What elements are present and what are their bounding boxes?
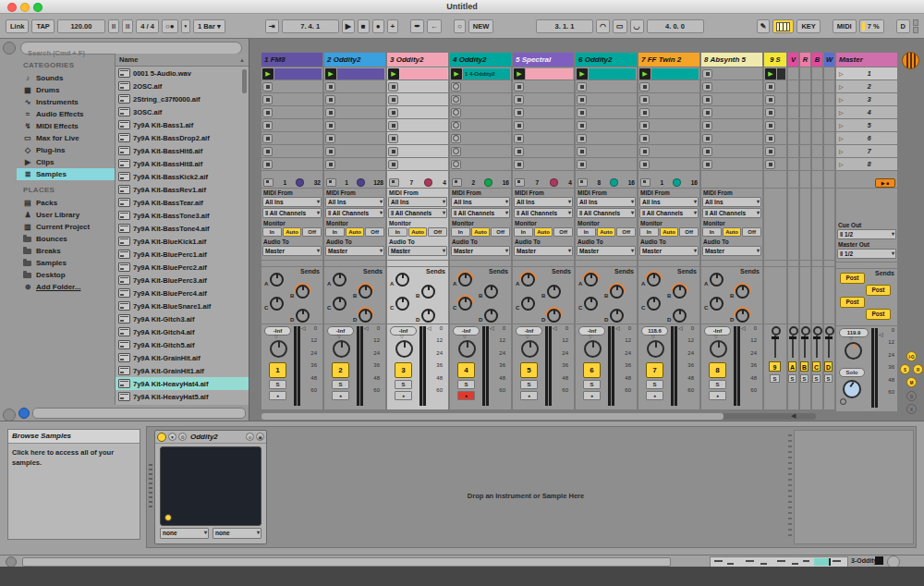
track-stop-button[interactable] <box>263 178 274 187</box>
clip-slot[interactable] <box>450 132 511 144</box>
loop-button[interactable]: ▭ <box>613 19 627 33</box>
track-header[interactable]: 8 Absynth 5 <box>701 53 762 67</box>
send-knob-a[interactable] <box>268 271 286 288</box>
playing-clip[interactable]: ▶ <box>765 68 785 79</box>
clip-stop-button[interactable] <box>262 82 273 92</box>
clip-slot[interactable]: ▶ <box>764 67 786 79</box>
clip-stop-button[interactable] <box>262 95 273 104</box>
solo-button[interactable]: S <box>824 374 833 383</box>
mixer-section-toggle-r[interactable]: R <box>913 364 923 374</box>
pan-knob[interactable] <box>270 340 287 358</box>
monitor-in-button[interactable]: In <box>388 227 407 237</box>
tap-tempo-button[interactable]: TAP <box>31 19 54 33</box>
clip-slot[interactable] <box>450 145 511 157</box>
clip-launch-button[interactable]: ▶ <box>262 68 274 79</box>
file-row[interactable]: 7y9A Kit-BassHit6.aif <box>116 144 249 157</box>
monitor-in-button[interactable]: In <box>451 227 470 237</box>
clip-slot[interactable] <box>576 119 637 131</box>
track-activator-button[interactable]: 9 <box>769 361 781 372</box>
clip-slot[interactable] <box>701 145 762 157</box>
clip-stop-button[interactable] <box>702 147 712 156</box>
minimize-button[interactable] <box>20 3 30 12</box>
send-knob-a[interactable] <box>519 271 537 288</box>
clip-stop-button[interactable] <box>451 108 461 117</box>
clip-stop-button[interactable] <box>451 82 461 92</box>
clip-slot[interactable] <box>638 132 699 144</box>
device-fold-button[interactable]: ▼ <box>168 433 176 441</box>
output-dropdown[interactable]: Master <box>388 246 447 256</box>
clip-stop-button[interactable] <box>325 82 335 92</box>
file-row[interactable]: 7y9A Kit-BassRev1.aif <box>116 183 249 196</box>
arm-button[interactable]: ● <box>520 391 538 400</box>
time-signature-field[interactable]: 4 / 4 <box>136 19 159 33</box>
send-knob-b[interactable] <box>357 283 374 300</box>
monitor-off-button[interactable]: Off <box>616 227 636 237</box>
clip-stop-button[interactable] <box>262 160 273 169</box>
sidebar-item-audio-effects[interactable]: ≈Audio Effects <box>17 108 115 120</box>
send-knob-a[interactable] <box>331 271 348 288</box>
clip-slot[interactable]: ▶ <box>261 67 322 79</box>
clip-stop-button[interactable] <box>514 121 524 130</box>
solo-button[interactable]: S <box>332 380 349 389</box>
clip-slot[interactable] <box>324 106 385 118</box>
track-stop-button[interactable] <box>578 178 588 187</box>
plugin-param-dropdown-1[interactable]: none <box>160 528 209 539</box>
monitor-in-button[interactable]: In <box>702 227 722 237</box>
send-knob-c[interactable] <box>331 295 348 312</box>
arm-button[interactable]: ● <box>395 391 412 400</box>
plugin-panel[interactable] <box>160 446 261 526</box>
clip-slot[interactable]: ▶ <box>638 67 699 79</box>
monitor-off-button[interactable]: Off <box>302 227 322 237</box>
sidebar-item-samples[interactable]: ≣Samples <box>17 168 115 180</box>
clip-stop-button[interactable] <box>765 134 775 143</box>
file-row[interactable]: 7y9A Kit-BassTone3.aif <box>116 209 249 222</box>
clip-stop-button[interactable] <box>388 82 398 92</box>
clip-slot[interactable] <box>513 80 574 92</box>
clip-stop-button[interactable] <box>639 134 650 143</box>
clip-slot[interactable] <box>764 80 786 92</box>
clip-stop-button[interactable] <box>577 160 587 169</box>
clip-slot[interactable] <box>324 132 385 144</box>
clip-slot[interactable] <box>764 106 786 118</box>
clip-slot[interactable] <box>638 80 699 92</box>
scene-launch-button[interactable]: ▷ <box>839 161 844 167</box>
send-knob-c[interactable] <box>456 295 474 312</box>
browser-bottom-toggle[interactable] <box>3 409 16 421</box>
track-stop-button[interactable] <box>515 178 525 187</box>
clip-stop-button[interactable] <box>514 82 524 92</box>
monitor-off-button[interactable]: Off <box>679 227 699 237</box>
scene-slot[interactable]: ▷6 <box>836 132 897 144</box>
pan-knob[interactable] <box>789 326 798 336</box>
re-enable-automation-button[interactable]: ← <box>427 19 442 33</box>
input-type-dropdown[interactable]: All Ins <box>514 197 573 207</box>
file-row[interactable]: 7y9A Kit-BassTear.aif <box>116 196 249 209</box>
pan-knob[interactable] <box>813 326 822 336</box>
zoom-button[interactable] <box>33 3 43 12</box>
return-track-header[interactable]: W <box>824 53 834 67</box>
scene-launch-button[interactable]: ▷ <box>839 135 844 141</box>
track-activator-button[interactable]: B <box>800 361 808 372</box>
clip-slot[interactable] <box>576 145 637 157</box>
monitor-off-button[interactable]: Off <box>428 227 447 237</box>
punch-out-button[interactable]: ◡ <box>630 19 644 33</box>
pan-knob[interactable] <box>845 342 862 360</box>
send-knob-a[interactable] <box>456 271 474 288</box>
clip-slot[interactable] <box>261 132 322 144</box>
clip-slot[interactable] <box>387 80 448 92</box>
input-channel-dropdown[interactable]: ‖ All Channels <box>262 208 322 218</box>
clip-stop-button[interactable] <box>514 95 524 104</box>
clip-slot[interactable] <box>638 145 699 157</box>
clip-slot[interactable] <box>701 93 762 105</box>
clip-launch-button[interactable]: ▶ <box>577 68 588 79</box>
return-track-header[interactable]: B <box>812 53 822 67</box>
file-list-scrollbar[interactable] <box>242 67 248 400</box>
clip-stop-button[interactable] <box>577 121 587 130</box>
clip-slot[interactable] <box>450 106 511 118</box>
record-button[interactable]: ● <box>372 19 384 33</box>
send-knob-b[interactable] <box>734 283 751 300</box>
pan-knob[interactable] <box>772 326 781 336</box>
clip-stop-button[interactable] <box>702 82 712 92</box>
send-knob-d[interactable] <box>419 307 437 324</box>
playing-clip[interactable]: ▶ <box>577 68 636 79</box>
send-knob-a[interactable] <box>394 271 411 288</box>
